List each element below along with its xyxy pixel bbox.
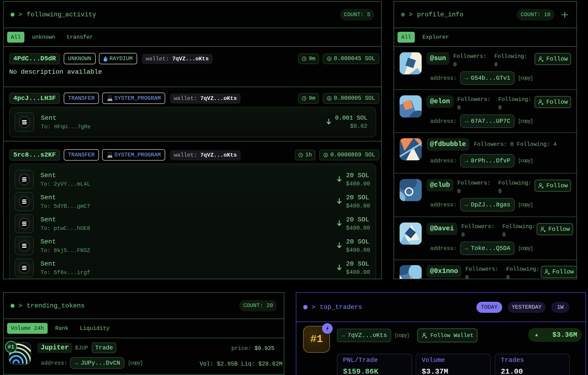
svg-text:$: $: [325, 154, 326, 157]
svg-text:$: $: [328, 57, 330, 61]
svg-text:$: $: [328, 97, 330, 100]
